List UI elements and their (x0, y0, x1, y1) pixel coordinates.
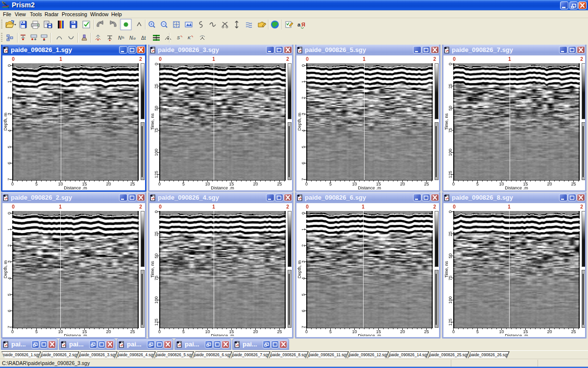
svg-text:S: S (177, 35, 180, 40)
svg-text:Δt: Δt (141, 35, 146, 41)
svg-text:K: K (188, 35, 191, 40)
svg-text:σ: σ (133, 36, 136, 41)
svg-text:h: h (122, 35, 124, 40)
svg-text:a: a (297, 22, 301, 27)
svg-text:Я: Я (301, 22, 305, 27)
svg-text:N: N (118, 35, 122, 41)
svg-text:N: N (129, 35, 133, 41)
